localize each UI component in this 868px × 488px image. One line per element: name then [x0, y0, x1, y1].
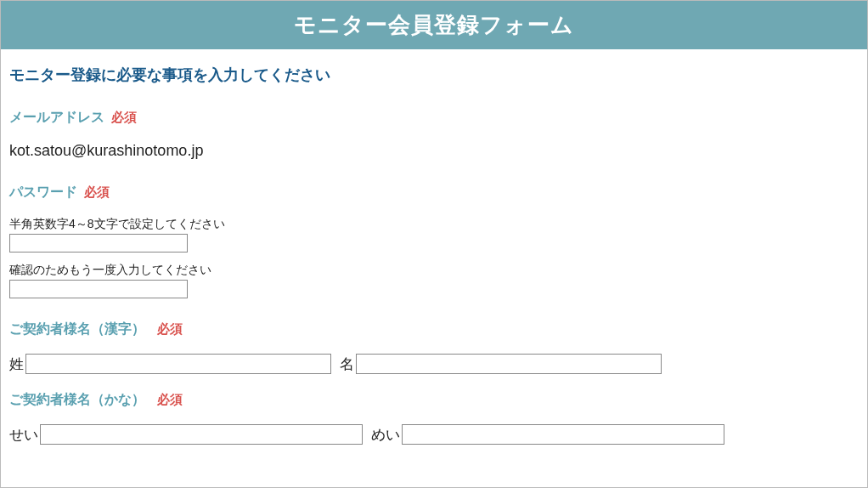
password-confirm-input[interactable]: [9, 280, 188, 298]
required-badge: 必須: [84, 184, 110, 199]
email-label: メールアドレス: [9, 110, 104, 124]
intro-text: モニター登録に必要な事項を入力してください: [9, 65, 859, 85]
name-kana-row: せい めい: [9, 424, 859, 445]
sei-kanji-label: 姓: [9, 355, 24, 374]
name-kana-section-label: ご契約者様名（かな） 必須: [9, 391, 859, 409]
sei-kana-label: せい: [9, 425, 38, 445]
email-value: kot.satou@kurashinotomo.jp: [9, 142, 859, 160]
form-header: モニター会員登録フォーム: [1, 1, 867, 49]
mei-kanji-input[interactable]: [356, 354, 662, 374]
email-section-label: メールアドレス 必須: [9, 109, 859, 127]
password-label: パスワード: [9, 184, 77, 199]
password-section-label: パスワード 必須: [9, 184, 859, 201]
sei-kana-input[interactable]: [40, 424, 363, 445]
password-hint2: 確認のためもう一度入力してください: [9, 263, 859, 278]
name-kana-label: ご契約者様名（かな）: [9, 392, 145, 406]
name-kanji-label: ご契約者様名（漢字）: [9, 321, 145, 336]
form-body: モニター登録に必要な事項を入力してください メールアドレス 必須 kot.sat…: [1, 49, 867, 445]
required-badge: 必須: [157, 321, 183, 336]
required-badge: 必須: [111, 110, 137, 124]
form-container: モニター会員登録フォーム モニター登録に必要な事項を入力してください メールアド…: [0, 0, 868, 488]
required-badge: 必須: [157, 392, 183, 406]
mei-kana-input[interactable]: [402, 424, 724, 445]
sei-kanji-input[interactable]: [25, 354, 331, 374]
name-kanji-row: 姓 名: [9, 354, 859, 374]
form-title: モニター会員登録フォーム: [294, 12, 574, 37]
name-kanji-section-label: ご契約者様名（漢字） 必須: [9, 321, 859, 338]
mei-kana-label: めい: [371, 425, 400, 445]
password-hint1: 半角英数字4～8文字で設定してください: [9, 217, 859, 232]
mei-kanji-label: 名: [340, 355, 354, 374]
password-input[interactable]: [9, 234, 188, 253]
